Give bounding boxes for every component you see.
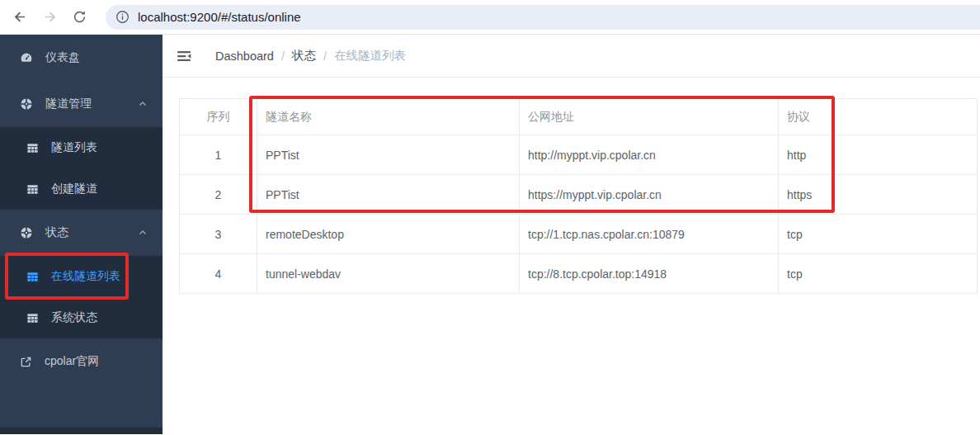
table-cell: http bbox=[779, 135, 978, 175]
sidebar-item-label: 在线隧道列表 bbox=[51, 269, 120, 284]
column-header-1: 序列 bbox=[180, 99, 257, 135]
sidebar-item-8[interactable]: cpolar官网 bbox=[0, 338, 163, 385]
url-text[interactable]: localhost:9200/#/status/online bbox=[138, 10, 301, 24]
table-cell: tcp://1.tcp.nas.cpolar.cn:10879 bbox=[520, 215, 779, 254]
breadcrumb-bar: Dashboard/状态/在线隧道列表 bbox=[163, 35, 980, 78]
column-header-2: 隧道名称 bbox=[257, 99, 520, 135]
sidebar-item-6[interactable]: 在线隧道列表 bbox=[0, 256, 163, 297]
table-icon bbox=[26, 312, 39, 324]
table-icon bbox=[26, 271, 39, 283]
table-cell: 4 bbox=[180, 254, 257, 294]
column-header-4: 协议 bbox=[779, 99, 978, 135]
sidebar-item-label: cpolar官网 bbox=[45, 354, 99, 369]
table-head: 序列隧道名称公网地址协议 bbox=[180, 99, 978, 135]
breadcrumb: Dashboard/状态/在线隧道列表 bbox=[215, 48, 406, 64]
chevron-up-icon bbox=[138, 99, 148, 109]
sidebar-item-label: 状态 bbox=[45, 225, 68, 240]
sidebar-item-3[interactable]: 隧道列表 bbox=[0, 127, 163, 168]
table-cell: remoteDesktop bbox=[257, 215, 520, 254]
sidebar-item-label: 系统状态 bbox=[51, 310, 97, 325]
gauge-icon bbox=[20, 51, 33, 64]
table-row: 3remoteDesktoptcp://1.tcp.nas.cpolar.cn:… bbox=[180, 215, 978, 254]
sidebar-item-1[interactable]: 仪表盘 bbox=[0, 35, 163, 81]
table-icon bbox=[26, 142, 39, 154]
circle-icon bbox=[20, 97, 33, 111]
chevron-up-icon bbox=[138, 228, 148, 238]
sidebar-item-label: 隧道管理 bbox=[45, 97, 92, 111]
sidebar: 仪表盘隧道管理隧道列表创建隧道状态在线隧道列表系统状态cpolar官网 bbox=[0, 35, 163, 434]
table-cell: http://myppt.vip.cpolar.cn bbox=[520, 135, 779, 175]
table-cell: 2 bbox=[180, 175, 257, 215]
sidebar-item-2[interactable]: 隧道管理 bbox=[0, 81, 163, 127]
sidebar-item-5[interactable]: 状态 bbox=[0, 210, 163, 256]
table-body: 1PPTisthttp://myppt.vip.cpolar.cnhttp2PP… bbox=[180, 135, 978, 294]
table-cell: 3 bbox=[180, 215, 257, 254]
breadcrumb-separator: / bbox=[323, 50, 327, 63]
circle-icon bbox=[20, 226, 33, 239]
table-cell: 1 bbox=[180, 135, 257, 175]
column-header-3: 公网地址 bbox=[520, 99, 779, 135]
tunnel-table: 序列隧道名称公网地址协议 1PPTisthttp://myppt.vip.cpo… bbox=[179, 98, 978, 294]
breadcrumb-item-1[interactable]: Dashboard bbox=[215, 50, 274, 63]
forward-arrow-icon[interactable] bbox=[38, 6, 61, 29]
sidebar-item-7[interactable]: 系统状态 bbox=[0, 297, 163, 338]
breadcrumb-separator: / bbox=[281, 50, 285, 63]
breadcrumb-item-2[interactable]: 状态 bbox=[292, 48, 316, 64]
back-arrow-icon[interactable] bbox=[8, 6, 31, 29]
external-link-icon bbox=[20, 356, 32, 368]
sidebar-item-4[interactable]: 创建隧道 bbox=[0, 168, 163, 210]
table-row: 4tunnel-webdavtcp://8.tcp.cpolar.top:149… bbox=[180, 254, 978, 294]
hamburger-icon[interactable] bbox=[176, 48, 192, 64]
sidebar-item-label: 仪表盘 bbox=[45, 50, 80, 65]
browser-toolbar: localhost:9200/#/status/online bbox=[0, 0, 980, 35]
info-icon[interactable] bbox=[115, 10, 130, 24]
table-cell: tunnel-webdav bbox=[257, 254, 520, 294]
table-cell: tcp://8.tcp.cpolar.top:14918 bbox=[520, 254, 779, 294]
breadcrumb-item-3: 在线隧道列表 bbox=[334, 48, 406, 64]
table-cell: https://myppt.vip.cpolar.cn bbox=[520, 175, 779, 215]
table-icon bbox=[26, 183, 39, 196]
sidebar-item-label: 隧道列表 bbox=[51, 140, 97, 155]
table-cell: PPTist bbox=[257, 175, 520, 215]
sidebar-item-label: 创建隧道 bbox=[51, 182, 97, 196]
table-row: 1PPTisthttp://myppt.vip.cpolar.cnhttp bbox=[180, 135, 978, 175]
table-cell: tcp bbox=[779, 254, 978, 294]
sidebar-bottom-strip bbox=[0, 428, 163, 434]
refresh-icon[interactable] bbox=[68, 6, 91, 29]
url-bar[interactable]: localhost:9200/#/status/online bbox=[106, 5, 980, 30]
table-cell: tcp bbox=[779, 215, 978, 254]
table-row: 2PPTisthttps://myppt.vip.cpolar.cnhttps bbox=[180, 175, 978, 215]
main-content: Dashboard/状态/在线隧道列表 序列隧道名称公网地址协议 1PPTist… bbox=[163, 35, 980, 434]
sidebar-menu: 仪表盘隧道管理隧道列表创建隧道状态在线隧道列表系统状态cpolar官网 bbox=[0, 35, 163, 385]
table-cell: https bbox=[779, 175, 978, 215]
table-cell: PPTist bbox=[257, 135, 520, 175]
